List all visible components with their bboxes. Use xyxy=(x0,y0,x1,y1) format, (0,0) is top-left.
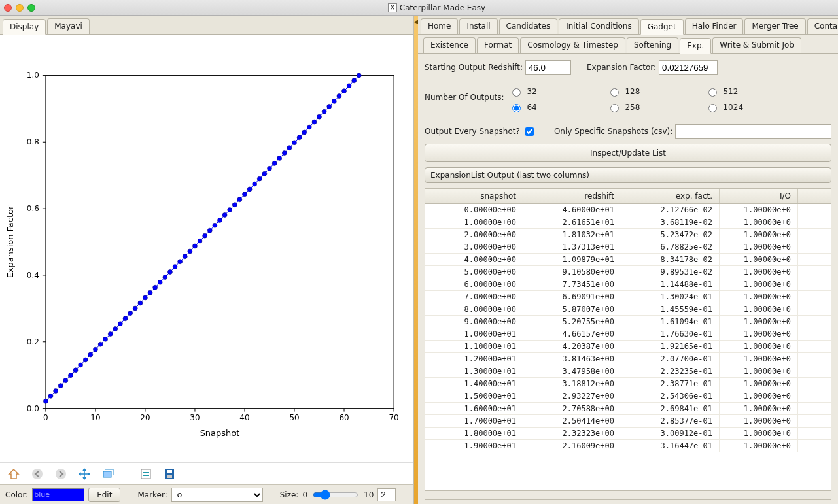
svg-text:1.0: 1.0 xyxy=(27,71,39,80)
pan-icon[interactable] xyxy=(76,465,93,482)
window-titlebar: X Caterpillar Made Easy xyxy=(0,0,838,16)
svg-point-80 xyxy=(287,146,292,150)
svg-text:0.0: 0.0 xyxy=(27,404,39,413)
x11-icon: X xyxy=(388,3,397,12)
tab-display[interactable]: Display xyxy=(3,19,46,35)
maximize-window-button[interactable] xyxy=(27,4,35,12)
every-snapshot-checkbox[interactable] xyxy=(525,127,534,136)
subtab-existence[interactable]: Existence xyxy=(423,37,476,53)
svg-text:20: 20 xyxy=(140,413,150,422)
starting-redshift-input[interactable] xyxy=(525,60,571,75)
minimize-window-button[interactable] xyxy=(16,4,24,12)
expansion-factor-input[interactable] xyxy=(659,60,718,75)
marker-select[interactable]: o xyxy=(171,488,263,502)
svg-point-72 xyxy=(247,187,252,192)
svg-text:0.2: 0.2 xyxy=(27,337,39,346)
table-row[interactable]: 1.30000e+013.47958e+002.23235e-011.00000… xyxy=(425,365,831,378)
svg-rect-100 xyxy=(167,470,172,473)
num-outputs-258[interactable]: 258 xyxy=(607,102,705,112)
home-icon[interactable] xyxy=(5,465,22,482)
tab-home[interactable]: Home xyxy=(421,18,458,34)
svg-point-61 xyxy=(192,244,197,248)
table-row[interactable]: 8.00000e+005.87007e+001.45559e-011.00000… xyxy=(425,303,831,316)
back-icon[interactable] xyxy=(29,465,46,482)
col-redshift[interactable]: redshift xyxy=(523,189,621,203)
expansion-factor-label: Expansion Factor: xyxy=(587,63,656,72)
close-window-button[interactable] xyxy=(4,4,12,12)
table-row[interactable]: 9.00000e+005.20755e+001.61094e-011.00000… xyxy=(425,316,831,328)
only-specific-input[interactable] xyxy=(675,124,831,139)
table-row[interactable]: 5.00000e+009.10580e+009.89531e-021.00000… xyxy=(425,266,831,278)
svg-text:0.6: 0.6 xyxy=(27,204,39,213)
subtab-exp-[interactable]: Exp. xyxy=(680,38,711,54)
svg-point-82 xyxy=(297,135,302,140)
svg-point-57 xyxy=(173,265,177,269)
inspect-update-button[interactable]: Inspect/Update List xyxy=(425,144,831,162)
table-row[interactable]: 1.10000e+014.20387e+001.92165e-011.00000… xyxy=(425,341,831,353)
table-row[interactable]: 7.00000e+006.69091e+001.30024e-011.00000… xyxy=(425,291,831,303)
tab-contam-[interactable]: Contam. xyxy=(807,18,838,34)
starting-redshift-label: Starting Output Redshift: xyxy=(425,63,523,72)
table-row[interactable]: 1.50000e+012.93227e+002.54306e-011.00000… xyxy=(425,390,831,403)
table-row[interactable]: 2.00000e+001.81032e+015.23472e-021.00000… xyxy=(425,229,831,241)
sub-tabs: ExistenceFormatCosmology & TimestepSofte… xyxy=(418,35,838,54)
tab-merger-tree[interactable]: Merger Tree xyxy=(744,18,805,34)
svg-point-70 xyxy=(237,197,242,202)
subtab-format[interactable]: Format xyxy=(477,37,519,53)
svg-point-94 xyxy=(357,73,361,78)
table-row[interactable]: 4.00000e+001.09879e+018.34178e-021.00000… xyxy=(425,254,831,266)
num-outputs-512[interactable]: 512 xyxy=(705,86,803,97)
edit-color-button[interactable]: Edit xyxy=(88,488,120,502)
chart-area: 0102030405060700.00.20.40.60.81.0Snapsho… xyxy=(0,35,413,462)
forward-icon[interactable] xyxy=(52,465,69,482)
table-row[interactable]: 6.00000e+007.73451e+001.14488e-011.00000… xyxy=(425,278,831,291)
tab-gadget[interactable]: Gadget xyxy=(640,19,684,35)
table-row[interactable]: 1.60000e+012.70588e+002.69841e-011.00000… xyxy=(425,403,831,415)
tab-halo-finder[interactable]: Halo Finder xyxy=(685,18,744,34)
svg-point-90 xyxy=(337,94,341,99)
table-row[interactable]: 1.20000e+013.81463e+002.07700e-011.00000… xyxy=(425,353,831,365)
col-exp-fact-[interactable]: exp. fact. xyxy=(621,189,720,203)
col-i-o[interactable]: I/O xyxy=(720,189,798,203)
table-hscroll[interactable] xyxy=(425,490,831,499)
num-outputs-32[interactable]: 32 xyxy=(509,86,607,97)
num-outputs-1024[interactable]: 1024 xyxy=(705,102,803,112)
table-row[interactable]: 0.00000e+004.60000e+012.12766e-021.00000… xyxy=(425,204,831,216)
svg-rect-0 xyxy=(46,75,394,408)
table-row[interactable]: 3.00000e+001.37313e+016.78825e-021.00000… xyxy=(425,241,831,254)
every-snapshot-label: Output Every Snapshot? xyxy=(425,127,520,136)
svg-point-76 xyxy=(267,166,271,171)
svg-point-53 xyxy=(153,285,158,290)
configure-icon[interactable] xyxy=(137,465,154,482)
size-slider[interactable] xyxy=(313,490,358,500)
svg-point-32 xyxy=(48,394,53,398)
color-swatch[interactable]: blue xyxy=(32,488,84,501)
svg-point-95 xyxy=(32,469,43,479)
svg-text:50: 50 xyxy=(289,413,299,422)
zoom-icon[interactable] xyxy=(99,465,116,482)
svg-text:30: 30 xyxy=(190,413,200,422)
svg-point-66 xyxy=(217,218,222,222)
subtab-softening[interactable]: Softening xyxy=(627,37,678,53)
tab-install[interactable]: Install xyxy=(459,18,497,34)
table-row[interactable]: 1.70000e+012.50414e+002.85377e-011.00000… xyxy=(425,415,831,428)
size-input[interactable] xyxy=(377,488,396,501)
tab-mayavi[interactable]: Mayavi xyxy=(47,18,90,34)
svg-point-87 xyxy=(322,109,326,114)
tab-candidates[interactable]: Candidates xyxy=(499,18,558,34)
table-row[interactable]: 1.40000e+013.18812e+002.38771e-011.00000… xyxy=(425,378,831,390)
num-outputs-128[interactable]: 128 xyxy=(607,86,705,97)
table-row[interactable]: 1.00000e+002.61651e+013.68119e-021.00000… xyxy=(425,216,831,229)
subtab-write-submit-job[interactable]: Write & Submit Job xyxy=(712,37,801,53)
table-body[interactable]: 0.00000e+004.60000e+012.12766e-021.00000… xyxy=(425,204,831,490)
table-row[interactable]: 1.00000e+014.66157e+001.76630e-011.00000… xyxy=(425,328,831,341)
col-snapshot[interactable]: snapshot xyxy=(425,189,523,203)
subtab-cosmology-timestep[interactable]: Cosmology & Timestep xyxy=(520,37,625,53)
tab-initial-conditions[interactable]: Initial Conditions xyxy=(559,18,639,34)
num-outputs-64[interactable]: 64 xyxy=(509,102,607,112)
table-row[interactable]: 1.90000e+012.16009e+003.16447e-011.00000… xyxy=(425,440,831,452)
svg-point-33 xyxy=(54,388,58,393)
table-row[interactable]: 1.80000e+012.32323e+003.00912e-011.00000… xyxy=(425,428,831,440)
save-icon[interactable] xyxy=(161,465,178,482)
left-tabs: DisplayMayavi xyxy=(0,16,413,35)
